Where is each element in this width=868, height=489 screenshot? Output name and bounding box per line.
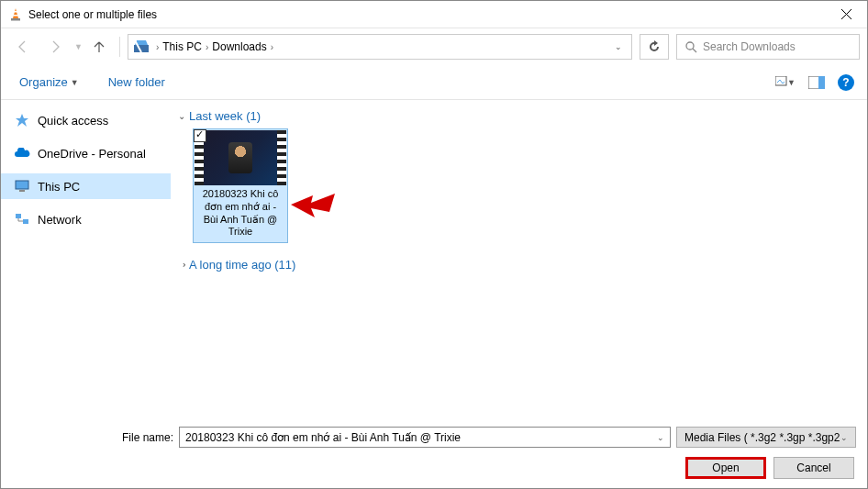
separator bbox=[119, 37, 120, 57]
thumbnails-icon bbox=[775, 76, 787, 89]
organize-button[interactable]: Organize ▼ bbox=[14, 72, 84, 93]
sidebar-item-quick-access[interactable]: Quick access bbox=[1, 107, 171, 133]
annotation-arrow bbox=[291, 192, 337, 228]
search-placeholder: Search Downloads bbox=[703, 40, 796, 53]
chevron-down-icon[interactable]: ⌄ bbox=[657, 433, 664, 442]
svg-rect-2 bbox=[14, 15, 18, 17]
svg-rect-8 bbox=[818, 76, 825, 89]
filetype-filter[interactable]: Media Files ( *.3g2 *.3gp *.3gp2 ⌄ bbox=[676, 427, 856, 448]
chevron-down-icon[interactable]: ⌄ bbox=[615, 42, 622, 51]
group-long-time-ago[interactable]: ⌄ A long time ago (11) bbox=[178, 258, 867, 272]
chevron-down-icon: ▼ bbox=[71, 78, 79, 87]
sidebar: Quick access OneDrive - Personal This PC… bbox=[1, 100, 171, 458]
view-thumbnails-button[interactable]: ▼ bbox=[775, 72, 796, 93]
breadcrumb-folder[interactable]: Downloads bbox=[212, 40, 266, 53]
help-button[interactable]: ? bbox=[838, 74, 854, 91]
sidebar-item-network[interactable]: Network bbox=[1, 206, 171, 232]
svg-rect-10 bbox=[16, 181, 28, 189]
close-button[interactable] bbox=[825, 1, 867, 28]
preview-pane-button[interactable] bbox=[807, 72, 827, 93]
new-folder-button[interactable]: New folder bbox=[103, 72, 171, 93]
vlc-icon bbox=[8, 7, 23, 22]
refresh-button[interactable] bbox=[640, 34, 669, 60]
chevron-right-icon: › bbox=[156, 42, 159, 52]
video-thumbnail bbox=[195, 130, 286, 185]
up-button[interactable] bbox=[86, 34, 112, 60]
sidebar-item-onedrive[interactable]: OneDrive - Personal bbox=[1, 140, 171, 166]
svg-marker-14 bbox=[291, 194, 335, 217]
monitor-icon bbox=[14, 178, 30, 194]
svg-point-5 bbox=[686, 42, 694, 50]
pc-icon bbox=[132, 38, 150, 56]
chevron-right-icon: › bbox=[206, 42, 208, 52]
navbar: ▼ › This PC › Downloads › ⌄ Search Downl… bbox=[1, 28, 867, 65]
star-icon bbox=[14, 112, 30, 128]
chevron-down-icon[interactable]: ▼ bbox=[74, 42, 83, 51]
svg-rect-1 bbox=[14, 11, 17, 13]
toolbar: Organize ▼ New folder ▼ ? bbox=[1, 65, 867, 100]
filename-label: File name: bbox=[12, 431, 173, 444]
breadcrumb-root[interactable]: This PC bbox=[162, 40, 202, 53]
footer: File name: 20180323 Khi cô đơn em nhớ ai… bbox=[1, 419, 867, 488]
cloud-icon bbox=[14, 145, 30, 161]
forward-button[interactable] bbox=[41, 34, 71, 60]
svg-rect-3 bbox=[11, 18, 20, 21]
refresh-icon bbox=[648, 40, 661, 53]
cancel-button[interactable]: Cancel bbox=[773, 457, 854, 479]
svg-rect-11 bbox=[19, 190, 25, 192]
chevron-right-icon: ⌄ bbox=[177, 261, 187, 269]
checkbox-icon[interactable] bbox=[194, 129, 206, 142]
filename-input[interactable]: 20180323 Khi cô đơn em nhớ ai - Bùi Anh … bbox=[179, 427, 671, 448]
window-title: Select one or multiple files bbox=[28, 8, 825, 21]
chevron-down-icon: ⌄ bbox=[840, 433, 848, 442]
arrow-left-icon bbox=[15, 39, 31, 55]
file-item[interactable]: 20180323 Khi cô đơn em nhớ ai - Bùi Anh … bbox=[193, 128, 288, 243]
chevron-right-icon: › bbox=[271, 42, 273, 52]
svg-rect-13 bbox=[23, 219, 28, 224]
network-icon bbox=[14, 211, 30, 228]
titlebar: Select one or multiple files bbox=[1, 1, 867, 28]
svg-rect-12 bbox=[16, 214, 21, 218]
file-list: ⌄ Last week (1) 20180323 Khi cô đơn em n… bbox=[171, 100, 867, 458]
breadcrumb[interactable]: › This PC › Downloads › ⌄ bbox=[128, 34, 632, 60]
chevron-down-icon: ⌄ bbox=[178, 111, 185, 121]
search-input[interactable]: Search Downloads bbox=[676, 34, 860, 60]
close-icon bbox=[841, 9, 851, 19]
svg-marker-0 bbox=[13, 8, 18, 18]
file-name-label: 20180323 Khi cô đơn em nhớ ai - Bùi Anh … bbox=[195, 185, 286, 241]
search-icon bbox=[684, 40, 697, 53]
arrow-right-icon bbox=[48, 39, 64, 55]
svg-marker-9 bbox=[16, 114, 28, 127]
back-button[interactable] bbox=[8, 34, 38, 60]
chevron-down-icon: ▼ bbox=[787, 78, 796, 87]
sidebar-item-this-pc[interactable]: This PC bbox=[1, 173, 171, 199]
arrow-up-icon bbox=[92, 39, 106, 54]
open-button[interactable]: Open bbox=[685, 457, 766, 479]
group-last-week[interactable]: ⌄ Last week (1) bbox=[178, 109, 867, 123]
main: Quick access OneDrive - Personal This PC… bbox=[1, 100, 867, 458]
preview-icon bbox=[808, 76, 825, 89]
